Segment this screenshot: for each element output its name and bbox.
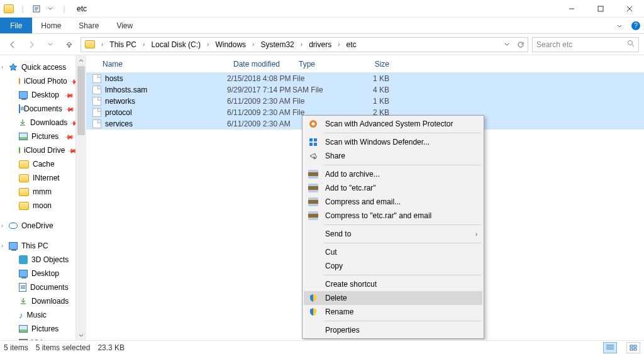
sidebar-item-cache[interactable]: Cache <box>0 157 75 171</box>
file-row[interactable]: networks6/11/2009 2:30 AMFile1 KB <box>86 96 644 107</box>
menu-copy[interactable]: Copy <box>304 259 482 273</box>
file-icon <box>92 97 101 106</box>
documents-icon <box>19 283 26 292</box>
menu-rename[interactable]: Rename <box>304 305 482 319</box>
address-bar[interactable]: › This PC › Local Disk (C:) › Windows › … <box>80 37 528 52</box>
chevron-right-icon[interactable]: › <box>206 41 210 48</box>
minimize-button[interactable] <box>557 0 586 18</box>
sidebar-item-icloud-drive[interactable]: iCloud Drive📌 <box>0 143 75 157</box>
crumb-system32[interactable]: System32 <box>258 40 296 49</box>
sidebar-item-videos[interactable]: Videos <box>0 336 75 340</box>
search-icon <box>627 40 635 49</box>
recent-dropdown-icon[interactable] <box>43 37 58 52</box>
menu-add-archive[interactable]: Add to archive... <box>304 167 482 181</box>
file-row[interactable]: lmhosts.sam9/29/2017 7:14 PMSAM File4 KB <box>86 84 644 96</box>
tab-home[interactable]: Home <box>32 18 70 33</box>
sidebar-item-documents[interactable]: Documents📌 <box>0 102 75 116</box>
column-type[interactable]: Type <box>292 60 355 69</box>
3d-objects-icon <box>19 255 28 264</box>
menu-scan-defender[interactable]: Scan with Windows Defender... <box>304 135 482 149</box>
ribbon-expand-icon[interactable] <box>611 18 628 33</box>
sidebar-item-pc-desktop[interactable]: Desktop <box>0 267 75 280</box>
forward-button[interactable] <box>24 37 39 52</box>
address-folder-icon <box>85 40 95 48</box>
scroll-down-icon[interactable] <box>76 329 86 340</box>
search-box[interactable]: Search etc <box>532 37 639 52</box>
sidebar-quick-access[interactable]: › Quick access <box>0 60 75 74</box>
crumb-etc[interactable]: etc <box>344 40 359 49</box>
status-bar: 5 items 5 items selected 23.3 KB <box>0 340 644 354</box>
navigation-pane: › Quick access iCloud Photo📌 Desktop📌 Do… <box>0 55 86 340</box>
menu-compress-etc-email[interactable]: Compress to "etc.rar" and email <box>304 209 482 223</box>
sidebar-onedrive[interactable]: › OneDrive <box>0 219 75 233</box>
scroll-thumb[interactable] <box>77 66 85 135</box>
share-icon <box>308 150 319 162</box>
column-date[interactable]: Date modified <box>227 60 292 69</box>
chevron-right-icon[interactable]: › <box>299 41 304 48</box>
chevron-right-icon[interactable]: › <box>142 41 146 48</box>
svg-point-4 <box>312 123 315 126</box>
folder-icon <box>19 174 29 182</box>
menu-scan-asp[interactable]: Scan with Advanced System Protector <box>304 117 482 131</box>
menu-compress-email[interactable]: Compress and email... <box>304 195 482 209</box>
sidebar-item-music[interactable]: ♪Music <box>0 308 75 322</box>
up-button[interactable] <box>62 37 77 52</box>
scroll-up-icon[interactable] <box>76 55 86 66</box>
sidebar-item-pictures[interactable]: Pictures📌 <box>0 130 75 143</box>
chevron-right-icon[interactable]: › <box>100 41 104 48</box>
menu-send-to[interactable]: Send to› <box>304 227 482 241</box>
menu-delete[interactable]: Delete <box>304 291 482 305</box>
crumb-windows[interactable]: Windows <box>213 40 248 49</box>
qat-dropdown-icon[interactable] <box>45 4 55 14</box>
chevron-right-icon: › <box>1 223 3 229</box>
menu-cut[interactable]: Cut <box>304 245 482 259</box>
sidebar-item-moon[interactable]: moon <box>0 199 75 213</box>
file-row[interactable]: hosts2/15/2018 4:08 PMFile1 KB <box>86 73 644 84</box>
sidebar-item-icloud-photo[interactable]: iCloud Photo📌 <box>0 74 75 88</box>
sidebar-item-desktop[interactable]: Desktop📌 <box>0 88 75 102</box>
crumb-drivers[interactable]: drivers <box>306 40 334 49</box>
address-dropdown-icon[interactable] <box>500 38 514 52</box>
sidebar-item-internet[interactable]: INternet <box>0 171 75 185</box>
folder-icon <box>19 202 29 210</box>
sidebar-item-downloads[interactable]: Downloads📌 <box>0 116 75 130</box>
qat-properties-icon[interactable] <box>31 4 42 14</box>
file-icon <box>92 86 101 94</box>
sidebar-item-pc-downloads[interactable]: Downloads <box>0 294 75 308</box>
refresh-button[interactable] <box>514 38 528 52</box>
sidebar-scrollbar[interactable] <box>75 55 86 340</box>
crumb-local-disk[interactable]: Local Disk (C:) <box>148 40 203 49</box>
chevron-right-icon[interactable]: › <box>251 41 255 48</box>
back-button[interactable] <box>5 37 20 52</box>
sidebar-item-pc-documents[interactable]: Documents <box>0 280 75 294</box>
onedrive-icon <box>9 223 18 229</box>
sidebar-item-3d-objects[interactable]: 3D Objects <box>0 253 75 267</box>
column-name[interactable]: Name <box>86 60 227 69</box>
chevron-right-icon[interactable]: › <box>336 41 341 48</box>
column-headers: Name Date modified Type Size <box>86 55 644 73</box>
tab-file[interactable]: File <box>0 18 32 33</box>
close-button[interactable] <box>615 0 644 18</box>
details-view-button[interactable] <box>603 342 617 353</box>
sidebar-this-pc[interactable]: › This PC <box>0 239 75 253</box>
downloads-icon <box>19 297 28 306</box>
sidebar-item-mmm[interactable]: mmm <box>0 185 75 199</box>
large-icons-view-button[interactable] <box>626 342 640 353</box>
maximize-button[interactable] <box>586 0 615 18</box>
tab-view[interactable]: View <box>108 18 142 33</box>
menu-create-shortcut[interactable]: Create shortcut <box>304 277 482 291</box>
column-size[interactable]: Size <box>355 60 397 69</box>
help-button[interactable]: ? <box>628 18 644 33</box>
downloads-icon <box>19 118 26 127</box>
context-menu: Scan with Advanced System Protector Scan… <box>302 115 484 339</box>
menu-properties[interactable]: Properties <box>304 323 482 337</box>
sidebar-item-pc-pictures[interactable]: Pictures <box>0 322 75 336</box>
window-title: etc <box>77 4 87 13</box>
crumb-this-pc[interactable]: This PC <box>107 40 139 49</box>
svg-point-2 <box>628 41 633 45</box>
menu-add-etc-rar[interactable]: Add to "etc.rar" <box>304 181 482 195</box>
menu-share[interactable]: Share <box>304 149 482 163</box>
pin-icon: 📌 <box>70 118 75 128</box>
documents-icon <box>19 104 20 113</box>
tab-share[interactable]: Share <box>70 18 108 33</box>
